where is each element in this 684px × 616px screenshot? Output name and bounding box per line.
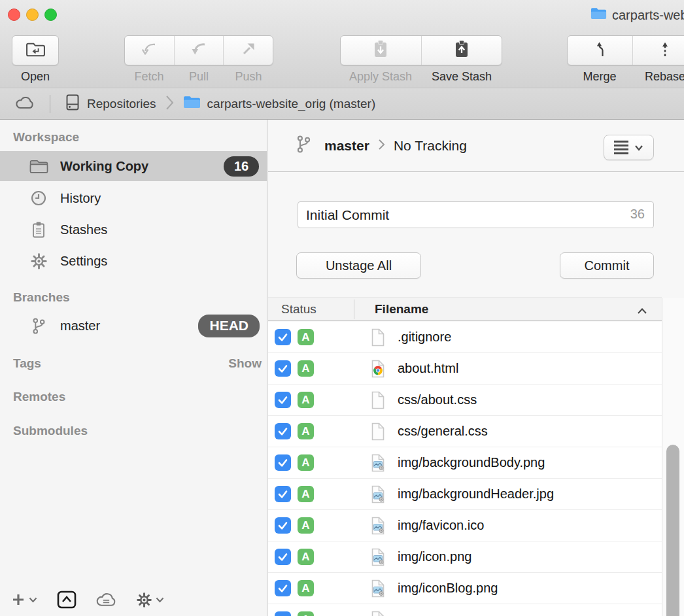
filename-label: img/favicon.ico bbox=[398, 518, 484, 533]
staged-checkbox[interactable] bbox=[275, 611, 291, 616]
filename-label: img/iconBlog.png bbox=[398, 581, 498, 596]
sidebar-section-branches: Branches bbox=[13, 290, 70, 305]
unstage-all-button[interactable]: Unstage All bbox=[296, 252, 421, 279]
filename-label: css/about.css bbox=[398, 392, 477, 407]
sidebar-item-settings[interactable]: Settings bbox=[0, 246, 267, 276]
sidebar-item-working-copy[interactable]: Working Copy 16 bbox=[0, 151, 267, 181]
commit-message-input[interactable] bbox=[298, 201, 654, 228]
folder-icon bbox=[590, 7, 607, 23]
staged-checkbox[interactable] bbox=[275, 517, 291, 534]
file-icon bbox=[371, 485, 385, 506]
breadcrumb-divider bbox=[50, 95, 50, 113]
app-window: carparts-website_orig – Working C Open bbox=[0, 0, 684, 616]
filename-label: css/general.css bbox=[398, 424, 488, 439]
cloud-sync-icon[interactable] bbox=[95, 592, 118, 607]
settings-gear-button[interactable] bbox=[136, 592, 164, 608]
sidebar-section-submodules[interactable]: Submodules bbox=[13, 424, 88, 438]
staged-checkbox[interactable] bbox=[275, 549, 291, 565]
staged-checkbox[interactable] bbox=[275, 423, 291, 439]
chevron-down-icon bbox=[634, 145, 643, 151]
close-window-button[interactable] bbox=[8, 9, 20, 21]
commit-char-count: 36 bbox=[630, 207, 645, 222]
filename-label: img/backgroundHeader.jpg bbox=[398, 487, 554, 502]
sidebar-section-tags-row[interactable]: Tags Show bbox=[0, 349, 267, 379]
repo-folder-icon bbox=[183, 95, 201, 112]
staged-checkbox[interactable] bbox=[275, 329, 291, 345]
window-title-text: carparts-website_orig – Working C bbox=[612, 8, 684, 23]
show-in-finder-icon[interactable] bbox=[57, 590, 77, 609]
breadcrumb-repositories[interactable]: Repositories bbox=[87, 97, 156, 111]
merge-button[interactable] bbox=[568, 36, 632, 65]
commit-button[interactable]: Commit bbox=[560, 252, 654, 279]
table-row: A img/favicon.ico bbox=[268, 510, 662, 541]
status-badge-added: A bbox=[298, 549, 314, 565]
view-options-button[interactable] bbox=[604, 135, 654, 160]
file-icon bbox=[371, 611, 385, 616]
push-button[interactable] bbox=[223, 36, 273, 65]
minimize-window-button[interactable] bbox=[26, 9, 39, 21]
chevron-right-icon bbox=[378, 139, 385, 153]
fetch-button[interactable] bbox=[125, 36, 174, 65]
pull-button[interactable] bbox=[174, 36, 224, 65]
clipboard-icon bbox=[29, 221, 48, 239]
rebase-label: Rebase bbox=[632, 70, 684, 84]
breadcrumb: Repositories carparts-website_orig (mast… bbox=[0, 88, 684, 120]
table-row: A css/about.css bbox=[268, 385, 662, 416]
column-header-filename[interactable]: Filename bbox=[375, 302, 428, 317]
apply-stash-button[interactable] bbox=[341, 36, 421, 65]
sidebar-bottom-toolbar bbox=[10, 589, 164, 611]
chevron-right-icon bbox=[165, 94, 174, 114]
status-badge-added: A bbox=[298, 517, 314, 534]
scrollbar-thumb[interactable] bbox=[666, 445, 679, 616]
tags-show-button[interactable]: Show bbox=[228, 356, 262, 371]
staged-checkbox[interactable] bbox=[275, 392, 291, 408]
traffic-lights bbox=[8, 9, 57, 21]
save-stash-button[interactable] bbox=[421, 36, 502, 65]
cloud-icon[interactable] bbox=[14, 95, 35, 112]
staged-checkbox[interactable] bbox=[275, 454, 291, 471]
table-row: A .gitignore bbox=[268, 322, 662, 353]
git-branch-icon bbox=[29, 317, 48, 335]
main-panel: master No Tracking 36 Unstage All Commit… bbox=[268, 120, 684, 616]
sidebar-section-remotes[interactable]: Remotes bbox=[13, 390, 65, 404]
filename-label: .gitignore bbox=[398, 330, 451, 345]
tracking-status-label: No Tracking bbox=[394, 138, 467, 154]
merge-label: Merge bbox=[567, 70, 632, 84]
file-icon bbox=[371, 328, 385, 349]
rebase-button[interactable] bbox=[632, 36, 684, 65]
sort-ascending-icon[interactable] bbox=[637, 305, 647, 317]
zoom-window-button[interactable] bbox=[44, 9, 57, 21]
staged-checkbox[interactable] bbox=[275, 580, 291, 596]
toolbar-group-remote: Fetch Pull Push bbox=[124, 35, 273, 84]
sidebar-item-label: master bbox=[60, 318, 100, 334]
staged-checkbox[interactable] bbox=[275, 486, 291, 502]
status-badge-added: A bbox=[298, 486, 314, 502]
pull-icon bbox=[190, 41, 207, 60]
filename-label: img/backgroundBody.png bbox=[398, 455, 545, 470]
open-repository-icon bbox=[26, 41, 46, 60]
sidebar-item-stashes[interactable]: Stashes bbox=[0, 214, 267, 245]
toolbar-group-open: Open bbox=[12, 35, 59, 84]
clock-icon bbox=[29, 190, 48, 207]
file-table-header: Status Filename bbox=[268, 298, 662, 321]
add-button[interactable] bbox=[10, 592, 37, 607]
column-header-status[interactable]: Status bbox=[281, 302, 316, 317]
file-icon bbox=[371, 454, 385, 475]
sidebar-item-label: Stashes bbox=[60, 222, 107, 237]
open-button[interactable] bbox=[12, 36, 58, 65]
file-icon bbox=[371, 391, 385, 412]
breadcrumb-current-repo[interactable]: carparts-website_orig (master) bbox=[207, 97, 376, 111]
sidebar-item-history[interactable]: History bbox=[0, 183, 267, 213]
head-badge: HEAD bbox=[198, 315, 260, 337]
sidebar-item-label: Settings bbox=[60, 254, 107, 269]
scrollbar-track[interactable] bbox=[662, 298, 684, 616]
apply-stash-icon bbox=[372, 40, 389, 61]
sidebar-item-branch-master[interactable]: master HEAD bbox=[0, 311, 267, 341]
status-badge-added: A bbox=[298, 329, 314, 345]
list-view-icon bbox=[614, 141, 628, 154]
file-icon bbox=[371, 517, 385, 538]
status-badge-added: A bbox=[298, 360, 314, 377]
staged-checkbox[interactable] bbox=[275, 360, 291, 377]
table-row: A bbox=[268, 604, 662, 616]
column-divider[interactable] bbox=[354, 299, 354, 319]
